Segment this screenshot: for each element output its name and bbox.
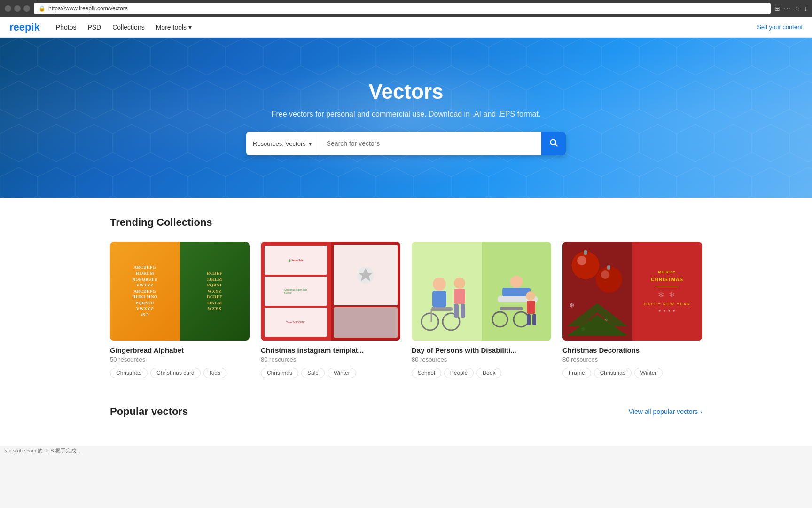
card-count-xmas-instagram: 80 resources [261,356,400,363]
more-icon[interactable]: ⋯ [784,5,790,12]
browser-maximize-btn[interactable] [23,5,30,12]
tag-kids[interactable]: Kids [203,368,226,378]
search-dropdown-label: Resources, Vectors [253,140,306,147]
card-image-persons [412,242,551,341]
svg-point-0 [550,139,556,145]
collection-card-gingerbread[interactable]: ABCDEFGHIJKLMNOPQRSTUVWXYZABCDEFGHIJKLMN… [110,242,250,382]
search-button[interactable] [541,132,566,155]
svg-rect-13 [461,304,465,318]
tag-christmas-2[interactable]: Christmas [261,368,298,378]
view-all-popular-link[interactable]: View all popular vectors › [629,408,702,415]
top-nav: reepik Photos PSD Collections More tools… [0,17,812,38]
card-info-gingerbread: Gingerbread Alphabet 50 resources Christ… [110,341,250,382]
svg-point-14 [510,276,523,288]
dropdown-arrow-icon: ▾ [309,140,312,147]
card-info-persons: Day of Persons with Disabiliti... 80 res… [412,341,551,382]
svg-rect-22 [527,314,531,325]
card-tags-xmas-deco: Frame Christmas Winter [562,368,702,378]
collection-card-xmas-deco[interactable]: ❄ ❄ ❄ MERRY CHRISTMAS [562,242,702,382]
svg-rect-21 [527,301,535,314]
search-icon [549,138,558,150]
gingerbread-alphabet-light: ABCDEFGHIJKLMNOPQRSTUVWXYZABCDEFGHIJKLMN… [132,264,157,318]
svg-rect-30 [607,265,610,270]
main-content: Trending Collections ABCDEFGHIJKLMNOPQRS… [0,198,812,446]
svg-point-25 [571,251,600,279]
xmas-instagram-right [331,242,401,341]
tag-people[interactable]: People [444,368,474,378]
card-image-gingerbread: ABCDEFGHIJKLMNOPQRSTUVWXYZABCDEFGHIJKLMN… [110,242,250,341]
trending-section-title: Trending Collections [110,216,702,229]
browser-actions: ⊞ ⋯ ☆ ↓ [774,5,807,12]
extensions-icon[interactable]: ⊞ [774,5,780,12]
xmas-tile-2: Christmas Super Sale50% off [265,277,327,306]
card-name-xmas-deco: Christmas Decorations [562,346,702,354]
svg-rect-8 [431,307,453,311]
sell-content-link[interactable]: Sell your content [757,24,803,31]
snowflake-deco: ❄ ❄ [658,290,676,299]
nav-collections-label: Collections [112,24,144,31]
card-count-gingerbread: 50 resources [110,356,250,363]
svg-point-17 [492,312,508,327]
chevron-down-icon: ▾ [188,24,192,31]
merry-christmas-label: MERRY [658,270,676,274]
svg-point-26 [577,256,586,265]
logo[interactable]: reepik [9,21,40,33]
card-info-xmas-deco: Christmas Decorations 80 resources Frame… [562,341,702,382]
svg-text:❄: ❄ [569,302,575,309]
download-icon[interactable]: ↓ [804,5,807,12]
svg-point-6 [422,313,438,330]
svg-point-18 [514,312,529,327]
tag-school[interactable]: School [412,368,441,378]
card-tags-persons: School People Book [412,368,551,378]
browser-controls [5,5,30,12]
persons-left [412,242,482,341]
nav-photos[interactable]: Photos [56,24,77,31]
hero-content: Vectors Free vectors for personal and co… [237,80,575,155]
collection-card-xmas-instagram[interactable]: 🎄 Xmas Sale Christmas Super Sale50% off … [261,242,400,382]
hero-title: Vectors [246,80,566,103]
xmas-small-tile [334,307,398,338]
xmas-big-tile [334,245,398,305]
svg-point-20 [526,291,535,301]
xmas-tile-1: 🎄 Xmas Sale [265,246,327,275]
view-all-label: View all popular vectors [629,408,698,415]
browser-minimize-btn[interactable] [14,5,21,12]
search-resource-dropdown[interactable]: Resources, Vectors ▾ [246,132,319,155]
svg-point-29 [601,270,609,279]
tag-christmas-1[interactable]: Christmas [110,368,148,378]
deco-divider [656,286,679,286]
chevron-right-icon: › [700,408,702,415]
card-name-persons: Day of Persons with Disabiliti... [412,346,551,354]
card-count-persons: 80 resources [412,356,551,363]
card-info-xmas-instagram: Christmas instagram templat... 80 resour… [261,341,400,382]
tag-christmas-card[interactable]: Christmas card [150,368,201,378]
gingerbread-alphabet-dark: BCDEFIJKLMPQRSTWXYZBCDEFIJKLMWZYX [207,270,222,312]
xmas-instagram-left: 🎄 Xmas Sale Christmas Super Sale50% off … [261,242,331,341]
card-image-xmas-deco: ❄ ❄ ❄ MERRY CHRISTMAS [562,242,702,341]
browser-chrome: 🔒 https://www.freepik.com/vectors ⊞ ⋯ ☆ … [0,0,812,17]
browser-close-btn[interactable] [5,5,11,12]
popular-section-header: Popular vectors View all popular vectors… [110,405,702,418]
svg-rect-23 [532,314,536,325]
card-count-xmas-deco: 80 resources [562,356,702,363]
search-input[interactable] [319,140,541,147]
bookmark-icon[interactable]: ☆ [794,5,800,12]
collection-card-persons[interactable]: Day of Persons with Disabiliti... 80 res… [412,242,551,382]
xmas-deco-preview: ❄ ❄ ❄ MERRY CHRISTMAS [562,242,702,341]
tag-christmas-3[interactable]: Christmas [594,368,632,378]
persons-preview [412,242,551,341]
happy-new-year-label: HAPPY NEW YEAR [644,302,691,306]
gingerbread-preview: ABCDEFGHIJKLMNOPQRSTUVWXYZABCDEFGHIJKLMN… [110,242,250,341]
tag-winter-2[interactable]: Winter [634,368,663,378]
nav-psd[interactable]: PSD [87,24,101,31]
persons-right [482,242,552,341]
tag-sale[interactable]: Sale [301,368,325,378]
nav-collections[interactable]: Collections [112,24,144,31]
tag-frame[interactable]: Frame [562,368,591,378]
tag-book[interactable]: Book [476,368,501,378]
nav-more-tools[interactable]: More tools ▾ [156,24,192,31]
tag-winter-1[interactable]: Winter [328,368,356,378]
persons-right-illustration [488,270,545,336]
address-bar[interactable]: 🔒 https://www.freepik.com/vectors [34,3,771,14]
hero-subtitle: Free vectors for personal and commercial… [246,110,566,119]
